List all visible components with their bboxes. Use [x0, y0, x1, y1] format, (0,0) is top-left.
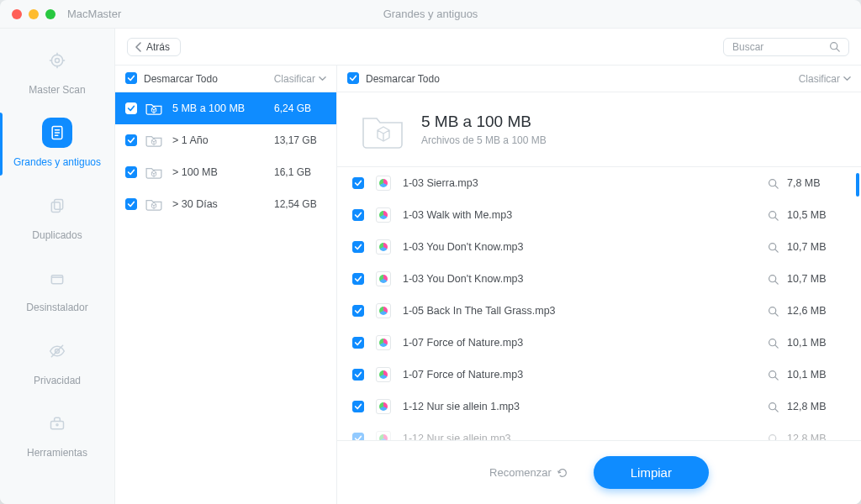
file-name: 1-07 Force of Nature.mp3 [403, 369, 768, 381]
scrollbar-thumb[interactable] [856, 173, 859, 197]
file-name: 1-03 Walk with Me.mp3 [403, 209, 768, 221]
svg-point-0 [51, 55, 62, 66]
file-row[interactable]: 1-07 Force of Nature.mp310,1 MB [337, 327, 861, 359]
category-size: 6,24 GB [274, 102, 326, 114]
main-panel: Atrás Buscar Desmarcar Todo [114, 29, 861, 504]
category-pane: Desmarcar Todo Clasificar 5 MB a 100 MB6… [115, 66, 337, 504]
file-size: 12,8 MB [787, 401, 837, 412]
file-row[interactable]: 1-07 Force of Nature.mp310,1 MB [337, 359, 861, 391]
file-checkbox[interactable] [352, 433, 364, 441]
back-button[interactable]: Atrás [127, 38, 181, 56]
category-row[interactable]: > 30 Días12,54 GB [115, 188, 336, 220]
reveal-button[interactable] [768, 402, 779, 412]
file-size: 12,8 MB [787, 433, 837, 440]
close-icon[interactable] [12, 9, 22, 19]
app-window: MacMaster Grandes y antiguos Master Scan… [0, 0, 861, 504]
folder-icon [145, 102, 162, 115]
file-checkbox[interactable] [352, 273, 364, 286]
file-checkbox[interactable] [352, 209, 364, 222]
sidebar-item-uninstaller[interactable]: Desinstalador [0, 253, 114, 325]
zoom-icon[interactable] [45, 9, 55, 19]
sidebar-item-label: Privacidad [34, 375, 81, 386]
search-input[interactable]: Buscar [723, 38, 849, 56]
audio-file-icon [376, 367, 391, 382]
svg-rect-7 [51, 421, 64, 428]
folder-icon [145, 134, 162, 147]
category-row[interactable]: 5 MB a 100 MB6,24 GB [115, 92, 336, 124]
file-name: 1-12 Nur sie allein 1.mp3 [403, 401, 768, 412]
reveal-button[interactable] [768, 338, 779, 349]
sidebar-item-large-old[interactable]: Grandes y antiguos [0, 108, 114, 180]
file-checkbox[interactable] [352, 337, 364, 349]
file-list: 1-03 Sierra.mp37,8 MB1-03 Walk with Me.m… [337, 167, 861, 440]
chevron-down-icon [843, 75, 851, 82]
file-row[interactable]: 1-03 Sierra.mp37,8 MB [337, 167, 861, 199]
audio-file-icon [376, 207, 391, 223]
file-checkbox[interactable] [352, 241, 364, 254]
category-size: 16,1 GB [274, 166, 326, 178]
chevron-left-icon [135, 42, 143, 52]
file-row[interactable]: 1-03 You Don't Know.mp310,7 MB [337, 231, 861, 263]
box-icon [42, 263, 72, 293]
sidebar-item-tools[interactable]: Herramientas [0, 398, 114, 470]
category-label: > 30 Días [172, 198, 218, 210]
category-size: 13,17 GB [274, 134, 326, 146]
svg-point-1 [55, 59, 60, 63]
category-row[interactable]: > 100 MB16,1 GB [115, 156, 336, 188]
reveal-button[interactable] [768, 242, 779, 253]
sidebar-item-master-scan[interactable]: Master Scan [0, 35, 114, 108]
file-row[interactable]: 1-12 Nur sie allein.mp312,8 MB [337, 423, 861, 440]
file-row[interactable]: 1-05 Back In The Tall Grass.mp312,6 MB [337, 295, 861, 327]
deselect-all-files-checkbox[interactable] [347, 72, 359, 85]
file-row[interactable]: 1-12 Nur sie allein 1.mp312,8 MB [337, 391, 861, 423]
audio-file-icon [376, 431, 391, 440]
eye-off-icon [42, 336, 72, 366]
toolbox-icon [42, 408, 72, 438]
reveal-button[interactable] [768, 274, 779, 285]
category-checkbox[interactable] [125, 102, 137, 115]
minimize-icon[interactable] [29, 9, 39, 19]
audio-file-icon [376, 239, 391, 255]
category-header: Desmarcar Todo Clasificar [115, 66, 336, 92]
file-name: 1-03 Sierra.mp3 [403, 177, 768, 189]
category-checkbox[interactable] [125, 134, 137, 147]
sidebar-item-privacy[interactable]: Privacidad [0, 326, 114, 398]
audio-file-icon [376, 335, 391, 350]
file-size: 7,8 MB [787, 177, 837, 189]
search-placeholder: Buscar [732, 41, 763, 53]
sidebar-item-duplicates[interactable]: Duplicados [0, 181, 114, 253]
file-header: Desmarcar Todo Clasificar [337, 66, 861, 92]
file-sort-button[interactable]: Clasificar [799, 73, 851, 85]
reveal-button[interactable] [768, 178, 779, 189]
file-checkbox[interactable] [352, 401, 364, 413]
folder-icon [145, 165, 162, 179]
svg-rect-5 [51, 276, 62, 284]
category-checkbox[interactable] [125, 198, 137, 211]
file-name: 1-12 Nur sie allein.mp3 [403, 433, 768, 440]
deselect-all-label[interactable]: Desmarcar Todo [144, 73, 218, 85]
file-name: 1-05 Back In The Tall Grass.mp3 [403, 305, 768, 317]
deselect-all-files-label[interactable]: Desmarcar Todo [366, 73, 440, 85]
file-size: 10,7 MB [787, 273, 837, 285]
reveal-button[interactable] [768, 433, 779, 441]
deselect-all-checkbox[interactable] [125, 72, 137, 85]
reveal-button[interactable] [768, 210, 779, 221]
reveal-button[interactable] [768, 370, 779, 381]
audio-file-icon [376, 176, 391, 191]
clean-button[interactable]: Limpiar [594, 456, 709, 489]
file-row[interactable]: 1-03 Walk with Me.mp310,5 MB [337, 199, 861, 231]
category-title: 5 MB a 100 MB [421, 113, 547, 131]
category-checkbox[interactable] [125, 166, 137, 179]
category-label: 5 MB a 100 MB [172, 102, 245, 114]
restart-button[interactable]: Recomenzar [489, 466, 568, 479]
reveal-button[interactable] [768, 306, 779, 317]
file-checkbox[interactable] [352, 177, 364, 190]
document-icon [42, 118, 72, 148]
file-checkbox[interactable] [352, 305, 364, 318]
audio-file-icon [376, 303, 391, 318]
category-row[interactable]: > 1 Año13,17 GB [115, 124, 336, 156]
file-row[interactable]: 1-03 You Don't Know.mp310,7 MB [337, 263, 861, 295]
file-checkbox[interactable] [352, 369, 364, 381]
category-sort-button[interactable]: Clasificar [274, 73, 326, 85]
file-size: 10,1 MB [787, 337, 837, 349]
